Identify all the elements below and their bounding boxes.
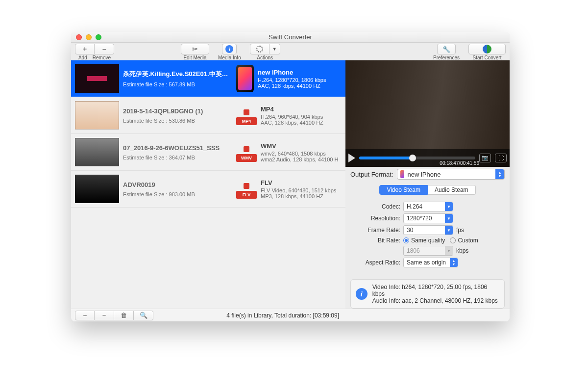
edit-media-button[interactable]: ✂ [181,44,209,54]
bottom-search-button[interactable]: 🔍 [134,311,153,320]
output-format-select[interactable]: new iPhone ▲▼ [397,169,505,180]
status-line: 4 file(s) in Library, Total duration: [0… [153,312,339,319]
codec-label: Codec: [351,203,403,210]
file-size: Estimate file Size : 530.86 MB [123,118,232,124]
tab-video-stream[interactable]: Video Steam [379,185,428,195]
file-list: 杀死伊芙.Killing.Eve.S02E01.中英字幕....Estimate… [71,60,345,309]
media-info-box: i Video Info: h264, 1280*720, 25.00 fps,… [350,279,505,309]
seek-progress [359,157,413,159]
bottom-trash-button[interactable]: 🗑 [114,311,134,320]
remove-button[interactable]: − [95,44,114,54]
bitrate-same-radio[interactable] [403,237,409,243]
media-info-button[interactable]: i [222,44,237,54]
app-window: Swift Converter ＋ − Add Remove ✂ Edit Me… [71,32,510,321]
bitrate-custom-label: Custom [458,237,478,244]
format-audio-line: MP3, 128 kbps, 44100 HZ [261,193,342,199]
toolbar-media-info: i Media Info [218,44,241,60]
snapshot-button[interactable]: 📷 [479,154,491,162]
zoom-icon[interactable] [96,34,101,40]
file-thumbnail [75,101,119,130]
file-name: 2019-5-14-3QPL9DGNO (1) [123,107,232,115]
format-icon: FLV [236,179,257,199]
toolbar: ＋ − Add Remove ✂ Edit Media i Media Info… [71,43,510,60]
framerate-label: Frame Rate: [351,227,403,234]
video-settings-panel: Codec: H.264▼ Resolution: 1280*720▼ Fram… [351,198,504,275]
format-audio-line: AAC, 128 kbps, 44100 HZ [258,83,342,89]
format-name: MP4 [261,105,342,113]
seek-bar[interactable] [359,157,475,159]
info-icon: i [356,288,368,300]
gear-icon [256,46,263,53]
chevron-down-icon: ▼ [445,214,453,223]
chevron-down-icon: ▼ [445,226,453,235]
tab-audio-stream[interactable]: Audio Steam [428,185,476,195]
wrench-icon: 🔧 [442,46,450,53]
bitrate-value-select: 1806▼ [403,246,453,256]
format-icon: WMV [236,142,257,162]
output-format-label: Output Format: [350,171,393,178]
audio-info-line: Audio Info: aac, 2 Channel, 48000 HZ, 19… [372,297,499,304]
format-video-line: H.264, 1280*720, 1806 kbps [258,77,342,83]
minimize-icon[interactable] [86,34,92,40]
toolbar-add-remove: ＋ − Add Remove [75,44,114,60]
chevron-down-icon: ▼ [445,202,453,211]
aspect-select[interactable]: Same as origin▲▼ [403,258,458,267]
resolution-select[interactable]: 1280*720▼ [403,213,453,223]
file-row[interactable]: 杀死伊芙.Killing.Eve.S02E01.中英字幕....Estimate… [71,60,345,97]
play-button[interactable] [348,154,355,162]
chevron-updown-icon: ▲▼ [450,258,458,267]
actions-menu-button[interactable]: ▼ [270,44,280,54]
convert-icon [483,45,491,53]
format-video-line: wmv2, 640*480, 1508 kbps [261,151,342,157]
file-thumbnail [75,64,119,93]
seek-knob[interactable] [409,155,416,161]
close-icon[interactable] [76,34,82,40]
chevron-updown-icon: ▲▼ [495,169,504,179]
content-area: 杀死伊芙.Killing.Eve.S02E01.中英字幕....Estimate… [71,60,510,309]
add-button[interactable]: ＋ [75,44,95,54]
format-name: WMV [261,142,342,150]
framerate-select[interactable]: 30▼ [403,225,453,235]
video-preview: 📷 ⛶ 00:18:47/00:41:56 [345,60,510,167]
codec-select[interactable]: H.264▼ [403,202,453,211]
file-row[interactable]: ADVR0019Estimate file Size : 983.00 MBFL… [71,171,345,208]
format-name: FLV [261,179,342,186]
format-icon: MP4 [236,105,257,125]
fullscreen-button[interactable]: ⛶ [495,154,507,162]
file-size: Estimate file Size : 567.89 MB [123,81,232,87]
video-info-line: Video Info: h264, 1280*720, 25.00 fps, 1… [372,284,499,297]
preferences-button[interactable]: 🔧 [437,44,456,54]
toolbar-edit-media: ✂ Edit Media [181,44,209,60]
chevron-down-icon: ▼ [445,246,453,255]
bitrate-custom-radio[interactable] [450,237,456,243]
resolution-label: Resolution: [351,215,403,222]
bitrate-label: Bit Rate: [351,237,403,244]
window-controls [76,34,101,40]
file-name: ADVR0019 [123,181,232,188]
kbps-unit: kbps [456,247,468,254]
bottom-bar: ＋ − 🗑 🔍 4 file(s) in Library, Total dura… [71,309,510,321]
format-name: new iPhone [258,69,342,76]
output-format-row: Output Format: new iPhone ▲▼ [345,167,510,182]
bottom-add-button[interactable]: ＋ [75,311,95,320]
bitrate-same-label: Same quality [411,237,445,244]
file-row[interactable]: 2019-5-14-3QPL9DGNO (1)Estimate file Siz… [71,97,345,134]
player-time: 00:18:47/00:41:56 [440,160,479,166]
file-thumbnail [75,175,119,203]
toolbar-preferences: 🔧 Preferences [433,44,460,60]
right-panel: 📷 ⛶ 00:18:47/00:41:56 Output Format: new… [345,60,510,309]
aspect-label: Aspect Ratio: [351,259,403,266]
file-row[interactable]: 07_2016-9-26-6WOEUZS51_SSSEstimate file … [71,134,345,171]
phone-icon [400,170,404,178]
titlebar: Swift Converter [71,32,510,43]
format-audio-line: AAC, 128 kbps, 44100 HZ [261,120,342,126]
format-video-line: FLV Video, 640*480, 1512 kbps [261,187,342,193]
fps-unit: fps [456,227,464,234]
toolbar-actions: ▼ Actions [250,44,280,60]
bottom-remove-button[interactable]: − [95,311,114,320]
start-convert-button[interactable] [468,44,506,54]
actions-button[interactable] [250,44,270,54]
file-size: Estimate file Size : 364.07 MB [123,155,232,160]
file-size: Estimate file Size : 983.00 MB [123,191,232,197]
format-audio-line: wma2 Audio, 128 kbps, 44100 H [261,157,342,162]
